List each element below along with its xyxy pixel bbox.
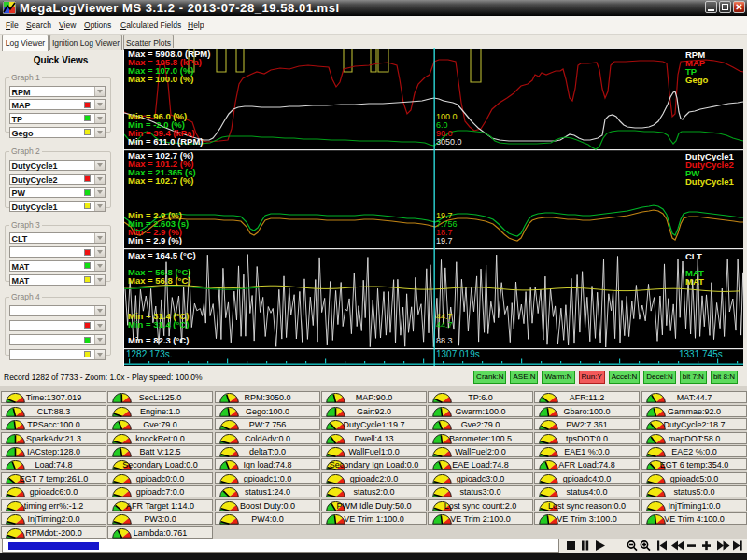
svg-text:CLT: CLT bbox=[685, 251, 702, 261]
svg-text:88.3: 88.3 bbox=[436, 336, 453, 345]
svg-text:3050.0: 3050.0 bbox=[436, 137, 462, 147]
svg-text:Max = 56.8 (°C): Max = 56.8 (°C) bbox=[128, 275, 190, 286]
svg-text:19.7: 19.7 bbox=[436, 236, 453, 245]
svg-text:Max = 164.5 (°C): Max = 164.5 (°C) bbox=[128, 250, 196, 260]
svg-text:1282.173s.: 1282.173s. bbox=[126, 349, 173, 359]
svg-text:1307.019s: 1307.019s bbox=[436, 349, 480, 359]
svg-text:Min = 82.3 (°C): Min = 82.3 (°C) bbox=[128, 335, 189, 345]
svg-text:Min = 611.0 (RPM): Min = 611.0 (RPM) bbox=[128, 136, 204, 147]
svg-text:Min = 31.4 (°C): Min = 31.4 (°C) bbox=[128, 319, 189, 329]
svg-text:Max = 102.7 (%): Max = 102.7 (%) bbox=[128, 175, 194, 186]
svg-text:DutyCycle1: DutyCycle1 bbox=[685, 176, 734, 187]
svg-text:MAT: MAT bbox=[685, 276, 704, 287]
svg-text:Min = 2.9 (%): Min = 2.9 (%) bbox=[128, 235, 182, 245]
svg-text:1331.745s: 1331.745s bbox=[679, 349, 723, 359]
svg-text:Gego: Gego bbox=[685, 75, 708, 85]
svg-text:44.7: 44.7 bbox=[436, 320, 453, 329]
svg-text:Max = 100.0 (%): Max = 100.0 (%) bbox=[128, 74, 194, 84]
